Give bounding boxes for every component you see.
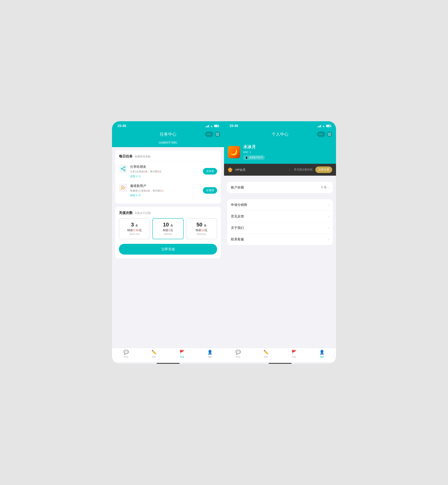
recharge-count-3: 3 条 (121, 222, 148, 228)
svg-point-1 (121, 168, 122, 170)
share-task-name: 分享给朋友 (130, 165, 200, 169)
status-icons-right: ▲ (318, 124, 331, 128)
chat-label-left: 对话 (124, 356, 128, 358)
more-dots-right: ··· (319, 133, 323, 136)
menu-support[interactable]: 联系客服 › (227, 234, 333, 245)
recharge-count-10: 10 条 (154, 222, 182, 228)
separator-1 (224, 176, 336, 179)
recharge-options: 3 条 特价0.99元 原价1.5元 10 条 特价2元 原价5元 (119, 218, 217, 239)
nav-create-right[interactable]: ✏️ 创作 (252, 350, 280, 358)
daily-tasks-subtitle: 免费获得条数 (135, 155, 151, 158)
nav-mine-right[interactable]: 👤 我的 (308, 350, 336, 358)
chat-label-right: 对话 (236, 356, 240, 358)
profile-info: 水冰月 MID: 1 📱 未绑定手机号 (243, 144, 332, 160)
status-icons-left: ▲ (206, 124, 219, 128)
target-button-right[interactable] (327, 132, 332, 137)
share-task-info: 分享给朋友 分享1次奖励1条，每日限5次 进度 0 / 5 (130, 165, 200, 178)
balance-arrow: › (328, 186, 329, 189)
target-icon-left (216, 133, 219, 136)
invite-task-button[interactable]: 去邀请 (203, 187, 217, 194)
task-icon-right: 🚩 (291, 350, 296, 355)
recharge-card: 充值次数 次数永不过期 3 条 特价0.99元 原价1.5元 10 条 (115, 207, 221, 259)
avatar-image: 🌙 (228, 146, 240, 158)
mine-label-left: 我的 (208, 356, 212, 358)
vip-divider: | (289, 168, 290, 171)
vip-benefit-label: 享无限次数特权 (294, 168, 313, 171)
nav-chat-left[interactable]: 💬 对话 (112, 350, 140, 358)
header-right: 个人中心 ··· (224, 129, 336, 141)
svg-point-2 (124, 170, 125, 171)
card-header-recharge: 充值次数 次数永不过期 (119, 210, 217, 215)
invite-task-desc: 每邀请1人奖励1条，每日限5人 (130, 189, 200, 193)
recharge-count-50: 50 条 (188, 222, 215, 228)
target-icon-right (328, 133, 331, 136)
header-actions-left: ··· (205, 131, 220, 137)
recharge-option-3[interactable]: 3 条 特价0.99元 原价1.5元 (119, 218, 150, 239)
menu-feedback-arrow: › (328, 214, 329, 218)
recharge-title: 充值次数 (119, 210, 133, 215)
wifi-icon-left: ▲ (210, 124, 213, 128)
recharge-button[interactable]: 立即充值 (119, 244, 217, 255)
menu-section: 申请分销商 › 意见反馈 › 关于我们 › 联系客服 › (227, 199, 333, 245)
nav-chat-right[interactable]: 💬 对话 (224, 350, 252, 358)
recharge-original-50: 原价25元 (188, 233, 215, 236)
mine-icon-left: 👤 (207, 350, 213, 355)
phone-icon: 📱 (245, 156, 248, 159)
page-title-right: 个人中心 (272, 131, 288, 137)
menu-feedback-label: 意见反馈 (231, 214, 328, 218)
vip-badge-label: VIP会员 (235, 168, 286, 172)
wifi-icon-right: ▲ (322, 124, 325, 128)
recharge-original-3: 原价1.5元 (121, 233, 148, 236)
invite-task-progress: 进度 0 / 5 (130, 194, 200, 197)
vip-open-button[interactable]: 立即开通 (315, 166, 332, 173)
target-button-left[interactable] (215, 132, 220, 137)
create-label-right: 创作 (264, 356, 268, 358)
svg-point-0 (124, 166, 125, 168)
nav-mine-left[interactable]: 👤 我的 (196, 350, 224, 358)
profile-main-content: VIP会员 | 享无限次数特权 立即开通 账户余额 8 条 › 申请分销商 › (224, 164, 336, 348)
invite-icon (120, 185, 126, 191)
more-button-left[interactable]: ··· (205, 131, 213, 137)
vip-diamond-icon (228, 167, 232, 172)
share-task-desc: 分享1次奖励1条，每日限5次 (130, 170, 200, 174)
menu-feedback[interactable]: 意见反馈 › (227, 211, 333, 222)
create-icon-right: ✏️ (264, 350, 269, 355)
header-left: 任务中心 ··· (112, 129, 224, 141)
bottom-nav-left: 💬 对话 ✏️ 创作 🚩 任务 👤 我的 (112, 348, 224, 362)
separator-2 (224, 193, 336, 196)
nav-task-left[interactable]: 🚩 任务 (168, 350, 196, 358)
menu-distributor-label: 申请分销商 (231, 203, 328, 207)
balance-section[interactable]: 账户余额 8 条 › (227, 182, 333, 193)
task-label-left: 任务 (180, 356, 184, 358)
balance-row[interactable]: 账户余额 8 条 › (227, 182, 333, 193)
share-task-button[interactable]: 去转发 (203, 168, 217, 175)
home-indicator-left (157, 363, 180, 364)
recharge-option-50[interactable]: 50 条 特价10元 原价25元 (186, 218, 217, 239)
svg-line-4 (122, 168, 124, 169)
phone-badge-label: 未绑定手机号 (249, 156, 263, 159)
nav-create-left[interactable]: ✏️ 创作 (140, 350, 168, 358)
menu-distributor[interactable]: 申请分销商 › (227, 199, 333, 211)
nav-task-right[interactable]: 🚩 任务 (280, 350, 308, 358)
menu-distributor-arrow: › (328, 203, 329, 207)
daily-tasks-title: 每日任务 (119, 154, 133, 159)
menu-about[interactable]: 关于我们 › (227, 222, 333, 234)
task-icon-left: 🚩 (179, 350, 184, 355)
recharge-price-10: 特价2元 (154, 228, 182, 232)
create-label-left: 创作 (152, 356, 156, 358)
card-header-daily: 每日任务 免费获得条数 (119, 154, 217, 159)
menu-about-arrow: › (328, 226, 329, 230)
recharge-option-10[interactable]: 10 条 特价2元 原价5元 (152, 218, 184, 239)
profile-mid: MID: 1 (243, 151, 332, 154)
signal-icon-left (206, 125, 209, 127)
svg-point-5 (121, 186, 123, 187)
more-button-right[interactable]: ··· (317, 131, 325, 137)
profile-name: 水冰月 (243, 144, 332, 150)
chat-icon-left: 💬 (123, 350, 129, 355)
task-label-right: 任务 (292, 356, 296, 358)
profile-phone-badge[interactable]: 📱 未绑定手机号 (243, 155, 265, 160)
header-actions-right: ··· (317, 131, 332, 137)
bottom-nav-right: 💬 对话 ✏️ 创作 🚩 任务 👤 我的 (224, 348, 336, 362)
profile-header: 🌙 水冰月 MID: 1 📱 未绑定手机号 (224, 141, 336, 164)
home-indicator-right (269, 363, 292, 364)
